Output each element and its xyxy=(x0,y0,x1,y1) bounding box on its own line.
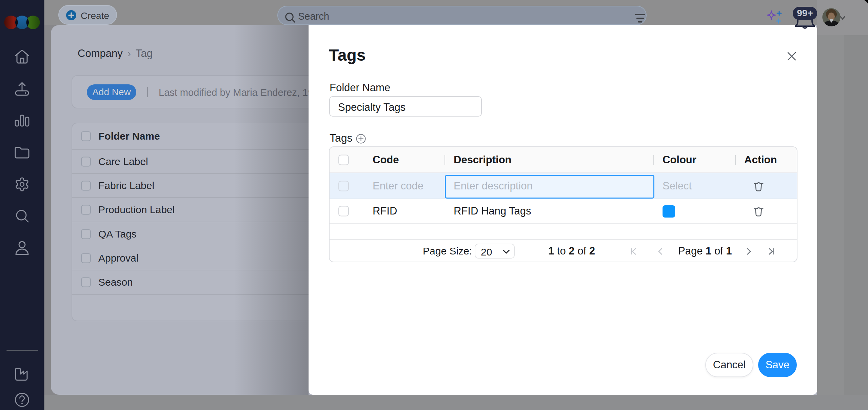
svg-text:99+: 99+ xyxy=(797,8,813,18)
